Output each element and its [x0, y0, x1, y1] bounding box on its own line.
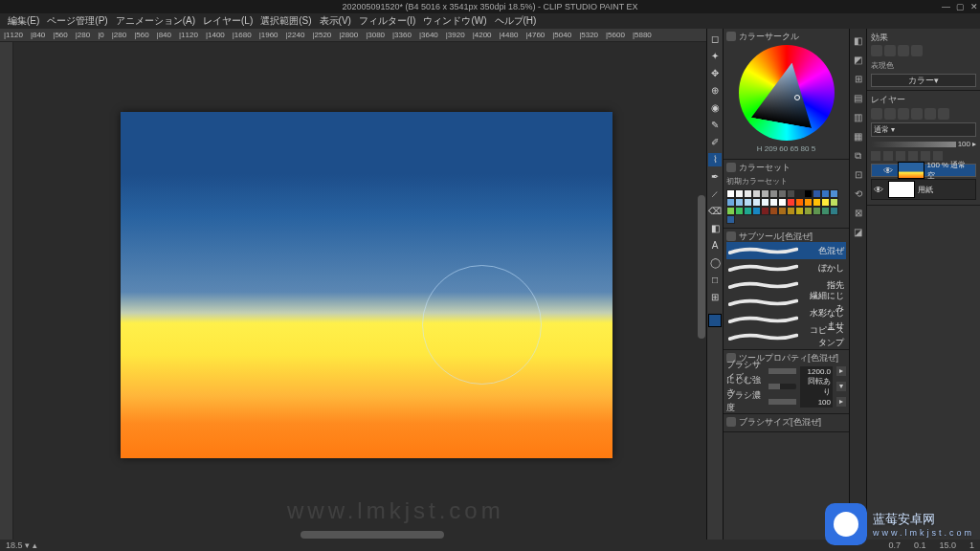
- tool-button[interactable]: ◉: [708, 101, 722, 115]
- palette-swatch[interactable]: [830, 189, 838, 198]
- palette-swatch[interactable]: [769, 207, 778, 215]
- palette-swatch[interactable]: [821, 198, 830, 207]
- property-arrow-icon[interactable]: ▸: [836, 397, 846, 407]
- panel-tab-icon[interactable]: ⟲: [852, 187, 865, 201]
- palette-swatch[interactable]: [752, 189, 761, 198]
- palette-swatch[interactable]: [735, 198, 744, 207]
- palette-swatch[interactable]: [752, 207, 761, 215]
- menu-item[interactable]: ヘルプ(H): [493, 14, 539, 28]
- palette-swatch[interactable]: [821, 189, 830, 198]
- palette-swatch[interactable]: [744, 198, 752, 207]
- palette-swatch[interactable]: [744, 207, 752, 215]
- panel-tab-icon[interactable]: ▥: [852, 111, 865, 124]
- artboard[interactable]: [121, 112, 612, 458]
- property-arrow-icon[interactable]: ▾: [836, 382, 846, 391]
- visibility-icon[interactable]: 👁: [872, 185, 885, 195]
- menu-item[interactable]: アニメーション(A): [114, 14, 197, 28]
- layer-button[interactable]: [924, 108, 936, 120]
- tool-button[interactable]: ✒: [708, 170, 722, 184]
- palette-swatch[interactable]: [795, 189, 804, 198]
- palette-swatch[interactable]: [821, 207, 830, 215]
- tool-button[interactable]: ⊞: [708, 291, 722, 304]
- fx-toggle-icon[interactable]: [898, 45, 909, 56]
- menu-item[interactable]: レイヤー(L): [201, 14, 255, 28]
- layer-row[interactable]: 👁用紙: [871, 179, 976, 200]
- tool-button[interactable]: ◯: [708, 256, 722, 270]
- palette-swatch[interactable]: [769, 198, 778, 207]
- tool-button[interactable]: ✐: [708, 136, 722, 149]
- palette-swatch[interactable]: [726, 215, 735, 224]
- palette-swatch[interactable]: [787, 189, 795, 198]
- palette-swatch[interactable]: [761, 207, 769, 215]
- layer-button[interactable]: [911, 108, 923, 120]
- layer-flag-icon[interactable]: [883, 151, 893, 161]
- tool-button[interactable]: ✎: [708, 119, 722, 132]
- layer-flag-icon[interactable]: [896, 151, 905, 161]
- zoom-display[interactable]: 18.5 ▾ ▴: [6, 540, 37, 550]
- color-wheel[interactable]: [739, 45, 835, 141]
- maximize-button[interactable]: ▢: [956, 2, 965, 11]
- blend-mode-select[interactable]: 通常 ▾: [871, 122, 976, 137]
- menu-item[interactable]: ページ管理(P): [45, 14, 109, 28]
- palette-swatch[interactable]: [804, 189, 813, 198]
- palette-swatch[interactable]: [761, 189, 769, 198]
- delete-layer-button[interactable]: [898, 108, 909, 120]
- palette-swatch[interactable]: [804, 207, 813, 215]
- tool-button[interactable]: ⌫: [708, 205, 722, 218]
- opacity-slider[interactable]: [871, 142, 956, 147]
- fx-toggle-icon[interactable]: [884, 45, 896, 56]
- palette-swatch[interactable]: [795, 207, 804, 215]
- palette-swatch[interactable]: [778, 198, 787, 207]
- palette-swatch[interactable]: [795, 198, 804, 207]
- subtool-row[interactable]: ぼかし: [726, 259, 846, 276]
- palette-swatch[interactable]: [761, 198, 769, 207]
- palette-swatch[interactable]: [778, 207, 787, 215]
- palette-swatch[interactable]: [735, 207, 744, 215]
- new-folder-button[interactable]: [884, 108, 896, 120]
- panel-tab-icon[interactable]: ⧉: [852, 149, 865, 163]
- palette-swatch[interactable]: [787, 198, 795, 207]
- tool-button[interactable]: ◧: [708, 222, 722, 235]
- palette-swatch[interactable]: [813, 207, 821, 215]
- panel-tab-icon[interactable]: ▦: [852, 130, 865, 143]
- fx-toggle-icon[interactable]: [871, 45, 882, 56]
- fx-toggle-icon[interactable]: [911, 45, 923, 56]
- menu-item[interactable]: 編集(E): [6, 14, 41, 28]
- tool-button[interactable]: □: [708, 274, 722, 287]
- panel-tab-icon[interactable]: ◧: [852, 34, 865, 48]
- property-slider[interactable]: [768, 399, 796, 405]
- panel-tab-icon[interactable]: ◩: [852, 54, 865, 67]
- panel-tab-icon[interactable]: ◪: [852, 226, 865, 239]
- palette-swatch[interactable]: [804, 198, 813, 207]
- palette-swatch[interactable]: [813, 189, 821, 198]
- layer-row[interactable]: 👁100 % 通常空: [871, 164, 976, 177]
- new-layer-button[interactable]: [871, 108, 882, 120]
- panel-tab-icon[interactable]: ⊠: [852, 207, 865, 220]
- tool-button[interactable]: ◻: [708, 33, 722, 46]
- subtool-row[interactable]: コピースタンプ: [726, 328, 846, 345]
- fx-color-mode-select[interactable]: カラー ▾: [871, 74, 976, 87]
- palette-swatch[interactable]: [813, 198, 821, 207]
- layer-flag-icon[interactable]: [871, 151, 880, 161]
- opacity-arrow-icon[interactable]: ▸: [972, 140, 976, 148]
- palette-swatch[interactable]: [787, 207, 795, 215]
- subtool-row[interactable]: 色混ぜ: [726, 242, 846, 259]
- scrollbar-vertical[interactable]: [697, 42, 706, 530]
- palette-swatch[interactable]: [726, 189, 735, 198]
- menu-item[interactable]: フィルター(I): [357, 14, 417, 28]
- tool-button[interactable]: ⊕: [708, 84, 722, 98]
- tool-button[interactable]: ✥: [708, 67, 722, 80]
- close-button[interactable]: ✕: [970, 2, 978, 11]
- palette-swatch[interactable]: [735, 189, 744, 198]
- tool-button[interactable]: A: [708, 239, 722, 253]
- tool-button[interactable]: ⟋: [708, 187, 722, 201]
- scrollbar-horizontal[interactable]: [13, 530, 706, 540]
- palette-swatch[interactable]: [752, 198, 761, 207]
- palette-swatch[interactable]: [778, 189, 787, 198]
- minimize-button[interactable]: —: [942, 2, 950, 11]
- visibility-icon[interactable]: 👁: [881, 165, 895, 176]
- palette-swatch[interactable]: [744, 189, 752, 198]
- menu-item[interactable]: 選択範囲(S): [258, 14, 313, 28]
- property-slider[interactable]: [768, 368, 796, 374]
- color-triangle[interactable]: [750, 57, 821, 128]
